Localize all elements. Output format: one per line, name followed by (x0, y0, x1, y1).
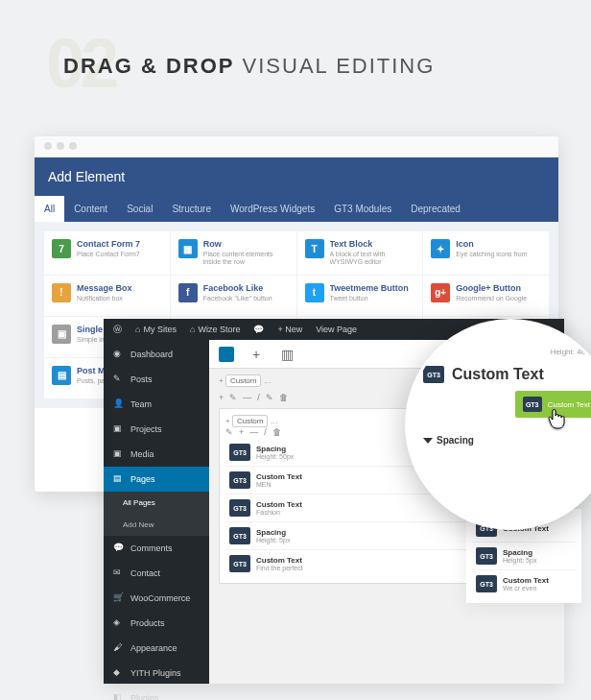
modal-tabs: AllContentSocialStructureWordPress Widge… (35, 196, 558, 222)
menu-icon: 💬 (113, 543, 125, 554)
menu-icon: ◉ (113, 349, 125, 360)
tab-deprecated[interactable]: Deprecated (401, 196, 470, 222)
cursor-hand-icon (546, 407, 567, 435)
wp-logo-icon[interactable]: ⓦ (113, 324, 122, 336)
element-icon: t (305, 283, 324, 302)
tab-social[interactable]: Social (117, 196, 162, 222)
element-icon: ✦ (431, 239, 450, 258)
menu-icon: 👤 (113, 398, 125, 410)
sidebar-item-dashboard[interactable]: ◉Dashboard (104, 342, 209, 367)
menu-icon: ✉ (113, 567, 125, 579)
gt3-badge-icon: GT3 (229, 499, 250, 517)
element-facebook-like[interactable]: fFacebook LikeFacebook "Like" button (171, 276, 296, 316)
gt3-badge-icon: GT3 (476, 575, 497, 592)
sidebar-item-yith-plugins[interactable]: ◆YITH Plugins (104, 661, 209, 686)
content-block[interactable]: GT3SpacingHeight: 5px (472, 542, 576, 569)
element-google+-button[interactable]: g+Google+ ButtonRecommend on Google (423, 276, 549, 316)
sidebar-item-all-pages[interactable]: All Pages (104, 492, 209, 514)
tab-gt3-modules[interactable]: GT3 Modules (324, 196, 401, 222)
sidebar-item-pages[interactable]: ▤Pages (104, 467, 209, 492)
content-block[interactable]: GT3Custom TextWe cr even (472, 569, 576, 597)
sidebar-item-appearance[interactable]: 🖌Appearance (104, 636, 209, 661)
gt3-badge-icon: GT3 (476, 547, 497, 565)
hero-heading: 02 DRAG & DROP VISUAL EDITING (46, 29, 115, 98)
tab-wordpress-widgets[interactable]: WordPress Widgets (221, 196, 324, 222)
hero-title: DRAG & DROP VISUAL EDITING (63, 54, 435, 79)
new-link[interactable]: + New (277, 325, 302, 334)
modal-title: Add Element (35, 157, 558, 196)
element-icon: ▦ (178, 239, 198, 258)
zoom-spacing-heading[interactable]: Spacing (423, 435, 591, 446)
view-page-link[interactable]: View Page (316, 325, 357, 334)
element-row[interactable]: ▦RowPlace content elements inside the ro… (171, 231, 296, 275)
menu-icon: ◈ (113, 617, 125, 629)
element-message-box[interactable]: !Message BoxNotification box (44, 276, 170, 316)
element-icon: g+ (431, 283, 450, 302)
zoom-meta: …cingHeight: 400px (423, 339, 591, 356)
element-icon: 7 (52, 239, 71, 258)
gt3-badge-icon: GT3 (229, 471, 250, 489)
menu-icon: ✎ (113, 374, 125, 385)
tab-content[interactable]: Content (64, 196, 117, 222)
element-icon: ▤ (52, 366, 71, 385)
tab-all[interactable]: All (35, 196, 64, 222)
sidebar-item-add-new[interactable]: Add New (104, 514, 209, 536)
zoom-custom-text-block[interactable]: GT3 Custom Text (423, 366, 591, 383)
gt3-badge-icon: GT3 (523, 397, 542, 412)
template-button[interactable]: ▥ (278, 346, 296, 363)
menu-icon: ▤ (113, 473, 125, 485)
mysites-link[interactable]: ⌂ My Sites (135, 325, 177, 334)
vc-logo-icon[interactable] (219, 347, 234, 362)
sidebar-item-contact[interactable]: ✉Contact (104, 561, 209, 586)
add-element-button[interactable]: + (248, 346, 265, 363)
menu-icon: ◧ (113, 692, 125, 700)
sidebar-item-plugins[interactable]: ◧Plugins (104, 686, 209, 700)
element-icon: ! (52, 283, 71, 302)
sidebar-item-posts[interactable]: ✎Posts (104, 367, 209, 392)
element-icon: T (305, 239, 324, 258)
element-contact-form-7[interactable]: 7Contact Form 7Place Contact Form7 (44, 231, 170, 275)
element-tweetmeme-button[interactable]: tTweetmeme ButtonTweet button (297, 276, 423, 316)
menu-icon: ▣ (113, 448, 125, 460)
sidebar-item-products[interactable]: ◈Products (104, 611, 209, 636)
menu-icon: ◆ (113, 667, 125, 679)
gt3-badge-icon: GT3 (229, 527, 250, 544)
element-text-block[interactable]: TText BlockA block of text with WYSIWYG … (297, 231, 423, 275)
menu-icon: 🛒 (113, 592, 125, 604)
element-icon[interactable]: ✦IconEye catching icons from (423, 231, 549, 275)
chevron-down-icon (423, 438, 433, 444)
gt3-badge-icon: GT3 (423, 366, 444, 383)
sidebar-item-comments[interactable]: 💬Comments (104, 536, 209, 561)
sidebar-item-woocommerce[interactable]: 🛒WooCommerce (104, 586, 209, 611)
menu-icon: ▣ (113, 423, 125, 435)
comments-link[interactable]: 💬 (253, 325, 264, 334)
sidebar-item-projects[interactable]: ▣Projects (104, 417, 209, 442)
wp-sidebar: ◉Dashboard✎Posts👤Team▣Projects▣Media▤Pag… (104, 319, 209, 684)
menu-icon: 🖌 (113, 642, 125, 654)
site-link[interactable]: ⌂ Wize Store (190, 325, 240, 334)
sidebar-item-media[interactable]: ▣Media (104, 442, 209, 467)
gt3-badge-icon: GT3 (229, 555, 250, 572)
drag-element-button[interactable]: GT3 Custom Text (515, 391, 591, 418)
crumb-tag[interactable]: Custom (225, 374, 262, 387)
element-icon: ▣ (52, 325, 71, 344)
sidebar-item-team[interactable]: 👤Team (104, 392, 209, 417)
element-icon: f (178, 283, 198, 302)
tab-structure[interactable]: Structure (162, 196, 221, 222)
window-dots (35, 136, 558, 157)
gt3-badge-icon: GT3 (229, 444, 250, 461)
